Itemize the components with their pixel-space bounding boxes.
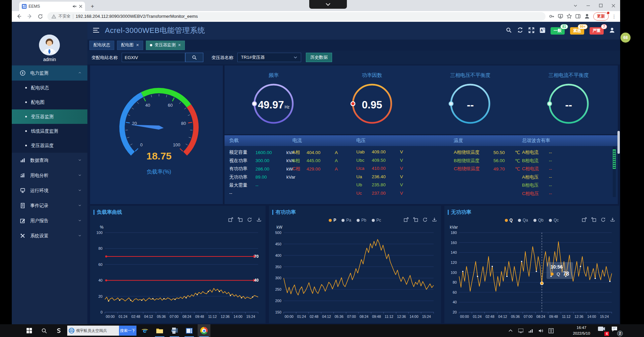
legend-item-Qb[interactable]: Qb bbox=[533, 218, 544, 223]
table-scrollbar-thumb[interactable] bbox=[613, 149, 616, 169]
profile-avatar-icon[interactable] bbox=[584, 13, 590, 19]
screen-share-toolbar[interactable] bbox=[309, 0, 347, 9]
sidebar-item-run-env[interactable]: 运行环境 bbox=[12, 183, 87, 198]
omnibox[interactable]: 不安全 192.168.204.112:8090/3000WEBV2/Trans… bbox=[47, 12, 546, 21]
sidebar-item-power-monitor[interactable]: 电力监测 bbox=[12, 65, 87, 81]
tray-app-badge-icon[interactable]: 4 bbox=[598, 326, 608, 335]
taskbar-search-go-button[interactable]: 搜索一下 bbox=[119, 326, 136, 336]
toolbox-dataview-icon[interactable] bbox=[591, 217, 596, 222]
alarm-badge-urgent[interactable]: 紧急99+ bbox=[570, 27, 584, 35]
toolbox-download-icon[interactable] bbox=[610, 217, 615, 222]
forward-button[interactable] bbox=[26, 13, 33, 20]
alarm-badge-critical[interactable]: 严重7 bbox=[590, 27, 604, 35]
tab-chip-dist-diagram[interactable]: 配电图✕ bbox=[117, 41, 143, 50]
ie-taskbar-icon[interactable]: e bbox=[138, 324, 151, 337]
browser-menu-icon[interactable]: ⋮ bbox=[612, 14, 617, 19]
window-close-icon[interactable] bbox=[611, 4, 615, 8]
tab-chip-close-icon[interactable]: ✕ bbox=[178, 43, 181, 47]
alarm-badge-general[interactable]: 一般81 bbox=[551, 27, 565, 35]
tray-expand-icon[interactable] bbox=[506, 324, 515, 337]
bookmark-star-icon[interactable] bbox=[566, 13, 572, 19]
toolbox-restore-icon[interactable] bbox=[601, 217, 606, 222]
media-app-icon[interactable] bbox=[183, 324, 196, 337]
table-cell-unit: kVar bbox=[286, 175, 295, 180]
page-scrollbar[interactable] bbox=[617, 131, 620, 154]
legend-item-P[interactable]: P bbox=[329, 218, 336, 223]
transformer-select[interactable]: TR1#变压器 bbox=[237, 53, 301, 62]
sidebar-item-system-settings[interactable]: 系统设置 bbox=[12, 228, 87, 243]
new-tab-button[interactable]: + bbox=[88, 2, 96, 10]
toolbox-dataview-icon[interactable] bbox=[413, 217, 418, 222]
legend-item-Pb[interactable]: Pb bbox=[357, 218, 366, 223]
tray-volume-icon[interactable] bbox=[536, 324, 545, 337]
table-scrollbar[interactable] bbox=[613, 147, 616, 197]
hamburger-menu-icon[interactable] bbox=[93, 27, 99, 35]
header-refresh-icon[interactable] bbox=[517, 27, 523, 35]
legend-item-Pc[interactable]: Pc bbox=[372, 218, 381, 223]
password-key-icon[interactable] bbox=[549, 13, 555, 19]
toolbox-download-icon[interactable] bbox=[432, 217, 437, 222]
tab-mute-icon[interactable] bbox=[72, 4, 77, 9]
station-search-input[interactable] bbox=[122, 53, 185, 62]
taskbar-search-box[interactable]: 俄宇航员太空阅兵 搜索一下 bbox=[67, 326, 136, 336]
toolbox-dataview-icon[interactable] bbox=[238, 217, 243, 222]
sidebar-item-data-query[interactable]: 数据查询 bbox=[12, 153, 87, 168]
table-row: -- bbox=[229, 191, 286, 196]
translate-icon[interactable]: A文 bbox=[539, 27, 546, 35]
tab-search-chevron-icon[interactable] bbox=[573, 4, 577, 8]
printer-app-icon[interactable] bbox=[168, 324, 181, 337]
tray-display-icon[interactable] bbox=[516, 324, 525, 337]
sidebar-item-event-log[interactable]: 事件记录 bbox=[12, 198, 87, 213]
window-maximize-icon[interactable] bbox=[599, 4, 603, 7]
toolbox-datazoom-icon[interactable] bbox=[228, 217, 233, 222]
sogou-app-icon[interactable] bbox=[52, 324, 65, 337]
install-app-icon[interactable] bbox=[558, 13, 563, 19]
tray-input-icon[interactable] bbox=[547, 324, 555, 337]
legend-item-Q[interactable]: Q bbox=[505, 218, 513, 223]
toolbox-download-icon[interactable] bbox=[256, 217, 261, 222]
toolbox-datazoom-icon[interactable] bbox=[582, 217, 587, 222]
taskbar-clock[interactable]: 16:47 2022/5/10 bbox=[567, 325, 596, 336]
browser-tab[interactable]: EEMS bbox=[19, 2, 85, 11]
fullscreen-icon[interactable] bbox=[528, 27, 534, 35]
station-search-button[interactable] bbox=[185, 53, 203, 62]
measurement-table-panel: 负载电流电压温度总谐波含有率额定容量1600.00kVA视在功率300.00kV… bbox=[225, 135, 618, 204]
sidebar-item-power-analysis[interactable]: 用电分析 bbox=[12, 168, 87, 183]
window-minimize-icon[interactable] bbox=[586, 4, 590, 8]
tab-chip-transformer-monitor[interactable]: 变压器监测✕ bbox=[146, 41, 185, 50]
bullet-icon bbox=[25, 101, 27, 103]
tray-chat-badge-icon[interactable]: 2 bbox=[611, 326, 621, 335]
legend-item-Pa[interactable]: Pa bbox=[341, 218, 351, 223]
tab-close-icon[interactable] bbox=[79, 5, 82, 8]
legend-item-Qa[interactable]: Qa bbox=[518, 218, 528, 223]
toolbox-datazoom-icon[interactable] bbox=[404, 217, 409, 222]
sidebar-item-user-report[interactable]: 用户报告 bbox=[12, 213, 87, 228]
start-button-icon[interactable] bbox=[23, 324, 36, 337]
history-data-button[interactable]: 历史数据 bbox=[306, 53, 332, 62]
tab-chip-close-icon[interactable]: ✕ bbox=[136, 43, 139, 47]
sidebar-item-dist-status[interactable]: 配电状态 bbox=[12, 81, 87, 95]
header-user-icon[interactable] bbox=[609, 27, 615, 35]
taskbar-search-icon[interactable] bbox=[38, 324, 50, 337]
sidebar-item-transformer-monitor[interactable]: 变压器监测 bbox=[12, 109, 87, 124]
legend-item-Qc[interactable]: Qc bbox=[549, 218, 559, 223]
sidebar-item-transformer-temp[interactable]: 变压器温度 bbox=[12, 138, 87, 153]
toolbox-restore-icon[interactable] bbox=[247, 217, 252, 222]
header-search-icon[interactable] bbox=[506, 27, 512, 35]
svg-text:14:00: 14:00 bbox=[234, 315, 242, 319]
user-avatar[interactable] bbox=[39, 35, 60, 55]
toolbox-restore-icon[interactable] bbox=[422, 217, 428, 222]
table-row: B相电压-- bbox=[522, 182, 559, 188]
file-explorer-icon[interactable] bbox=[153, 324, 166, 337]
reload-button[interactable] bbox=[37, 13, 44, 20]
chrome-update-button[interactable]: 更新 bbox=[593, 12, 609, 20]
tab-chip-dist-status[interactable]: 配电状态 bbox=[89, 41, 114, 50]
back-button[interactable] bbox=[15, 13, 23, 20]
sidebar-item-dist-diagram[interactable]: 配电图 bbox=[12, 95, 87, 109]
chrome-taskbar-icon[interactable] bbox=[198, 324, 210, 337]
float-badge[interactable]: 68 bbox=[620, 33, 631, 43]
sidebar-item-cable-temp-monitor[interactable]: 线缆温度监测 bbox=[12, 124, 87, 138]
table-row: Ua236.40V bbox=[356, 174, 403, 179]
side-panel-icon[interactable] bbox=[575, 13, 581, 19]
tray-network-icon[interactable] bbox=[526, 324, 535, 337]
